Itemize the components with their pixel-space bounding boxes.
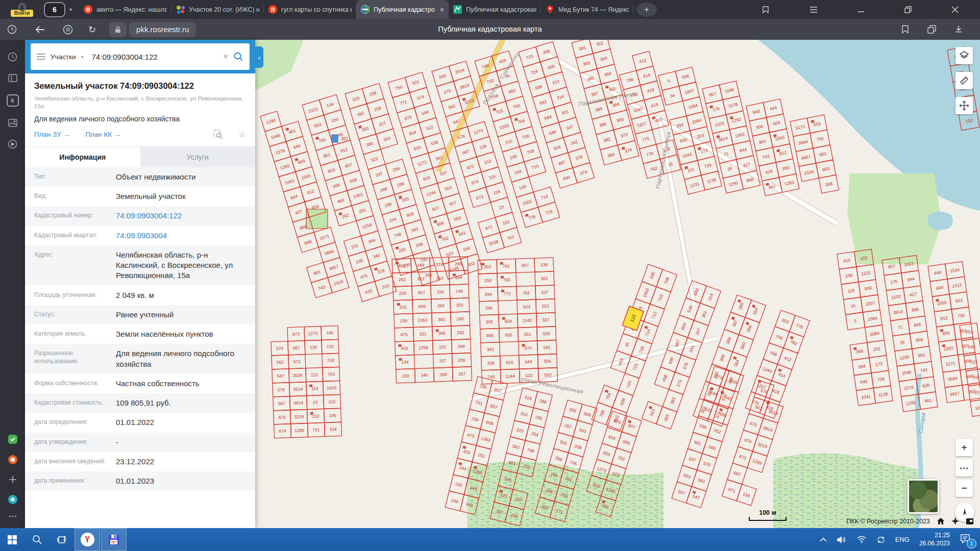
parcel-number: 574 [524,345,532,350]
chevron-down-icon[interactable]: ▾ [69,7,72,12]
measure-icon[interactable] [955,72,973,89]
tabs-count-icon[interactable]: 6 [7,94,19,107]
back-icon[interactable] [35,26,45,34]
history-clock-icon[interactable] [7,24,17,34]
taskbar-floppy-app[interactable] [101,528,127,551]
collapse-panel-button[interactable]: ‹ [255,46,263,68]
parcel-number: 771 [504,291,511,296]
info-value[interactable]: 74:09:0903004 [113,226,255,245]
pan-icon[interactable] [955,97,973,114]
browser-login[interactable]: Войти [0,0,44,19]
menu-icon[interactable] [810,6,818,13]
cadastral-map[interactable]: 1290104615781292106384442786684886174346… [255,40,980,528]
parcel-number: 567 [461,148,470,156]
layers-icon[interactable] [955,47,973,64]
video-play-icon[interactable] [8,139,17,149]
parcel-number: 427 [295,209,303,216]
taskbar-yandex-browser[interactable]: Y [75,528,100,551]
map-canvas[interactable]: 1290104615781292106384442786684886174346… [255,40,980,528]
basemap-preview[interactable] [908,479,939,514]
parcel-number: 3171 [319,233,330,241]
taskbar-search-icon[interactable] [24,528,49,551]
parcel-number: 374 [624,147,633,154]
favorite-star-icon[interactable]: ☆ [238,129,246,140]
start-button[interactable] [0,528,24,551]
parcel-number: 751 [312,427,320,432]
minimize-icon[interactable] [857,6,865,13]
downloads-icon[interactable] [954,25,963,34]
task-view-icon[interactable] [49,528,74,551]
language-indicator[interactable]: ENG [895,536,910,543]
browser-app-icon[interactable] [8,455,18,465]
search-menu-icon[interactable] [37,54,45,60]
tab-close-icon[interactable]: × [439,6,444,14]
parcel-number: 299 [369,90,377,97]
parcel-number: 548 [548,129,557,136]
fullscreen-icon[interactable] [966,518,974,525]
browser-tab-1[interactable]: Участок 20 сот. (ИЖС) на [172,0,264,19]
info-value: Для ведения личного подсобного хозяйства [113,344,255,374]
tab-counter[interactable]: 6 [44,2,65,17]
parcel-number: 305 [485,319,493,324]
yandex-home-icon[interactable]: Я [63,24,73,35]
tab-services[interactable]: Услуги [140,147,256,167]
parcel-number: 567 [754,404,763,411]
zoom-out-button[interactable]: − [955,480,973,497]
info-value: 109 805,91 руб. [113,393,255,413]
tab-information[interactable]: Информация [25,147,140,167]
parcel-number: 626 [922,382,930,388]
restore-icon[interactable] [904,6,912,13]
plan-kk-link[interactable]: План КК → [85,131,120,138]
compass-icon[interactable] [951,517,959,525]
area-search-icon[interactable] [213,130,223,139]
parcel-number: 383 [582,60,591,67]
browser-tab-5[interactable]: Мед Бутик 74 — Яндекс К [541,0,633,19]
info-value[interactable]: 74:09:0903004:122 [113,206,255,226]
bookmark-page-icon[interactable] [901,25,909,34]
add-panel-icon[interactable] [8,475,17,484]
map-more-button[interactable]: ⋯ [955,459,973,477]
close-icon[interactable] [951,6,959,13]
clear-search-icon[interactable]: × [223,52,228,62]
address-bar[interactable]: pkk.rosreestr.ru [129,22,196,37]
info-row: Категория земель:Земли населённых пункто… [25,324,255,344]
search-icon[interactable] [233,52,243,62]
taskbar-clock[interactable]: 21:25 26.06.2023 [919,532,950,547]
lock-icon[interactable] [109,22,127,37]
parcel-number: 675 [278,415,286,420]
plan-zu-link[interactable]: План ЗУ → [34,131,70,138]
tab-title: Мед Бутик 74 — Яндекс К [558,6,629,13]
gallery-icon[interactable] [8,119,17,127]
parcel-info-panel: Участки ▾ × ‹ Земельный участок 74:09:09… [25,40,255,528]
search-input[interactable] [91,52,218,62]
parcel-number: 139 [310,344,317,349]
parcel-number: 3814 [459,82,470,90]
browser-tab-3[interactable]: Публичная кадастрова× [356,0,449,19]
recent-clock-icon[interactable] [8,52,17,62]
parcel-number: 574 [416,94,425,101]
parcel-number: 1289 [752,458,763,466]
reload-icon[interactable]: ↻ [88,24,96,35]
wifi-icon[interactable] [856,536,867,543]
tray-chevron-icon[interactable] [820,537,827,542]
notification-center-icon[interactable]: 1 [960,533,973,546]
more-dots-icon[interactable] [9,515,17,518]
bookmark-flag-icon[interactable] [762,6,770,14]
disk-app-icon[interactable] [8,434,18,444]
home-icon[interactable] [937,517,945,525]
parcel-number: 256 [374,105,382,112]
collections-icon[interactable] [927,25,936,34]
selected-parcel[interactable]: 122 [622,306,644,331]
panels-icon[interactable] [8,74,17,82]
new-tab-button[interactable]: + [636,3,657,17]
zoom-in-button[interactable]: + [955,439,973,456]
chevron-down-icon[interactable]: ▾ [81,54,84,60]
browser-tab-0[interactable]: Яавито — Яндекс: нашлось [79,0,172,19]
browser-tab-2[interactable]: Ягугл карты со спутника в [264,0,356,19]
browser-tab-4[interactable]: Публичная кадастровая к [449,0,541,19]
parcel-number: 544 [525,359,532,364]
search-category-dropdown[interactable]: Участки [51,53,76,61]
volume-icon[interactable] [837,536,847,544]
sync-tray-icon[interactable] [876,536,886,544]
alice-app-icon[interactable] [8,494,18,505]
